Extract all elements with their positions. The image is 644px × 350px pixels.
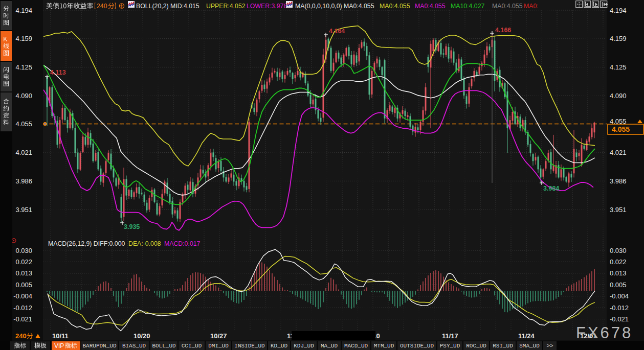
svg-text:4.166: 4.166 [495,27,511,34]
svg-text:4.164: 4.164 [329,28,345,35]
svg-text:-0.004: -0.004 [13,292,32,300]
svg-text:4.125: 4.125 [15,63,32,71]
svg-text:4.090: 4.090 [15,92,32,100]
svg-text:-0.021: -0.021 [610,315,629,323]
svg-text:10/27: 10/27 [210,332,227,340]
svg-text:-0.004: -0.004 [610,292,629,300]
svg-text:0.013: 0.013 [15,269,32,277]
svg-text:0.013: 0.013 [610,269,627,277]
svg-text:4.055: 4.055 [612,125,630,133]
svg-text:BARUPDN_UD: BARUPDN_UD [82,343,116,349]
svg-text:0.030: 0.030 [15,247,32,254]
svg-text:-0.012: -0.012 [13,304,32,312]
svg-text:MTM_UD: MTM_UD [374,343,394,349]
svg-text:VIP: VIP [54,342,64,349]
svg-text:KD_UD: KD_UD [271,343,287,349]
svg-text:BIAS_UD: BIAS_UD [122,343,146,349]
svg-text:MACD:0.017: MACD:0.017 [164,240,201,247]
svg-text:MA(0,0,0,10,0,0) MA0:4.055: MA(0,0,0,10,0,0) MA0:4.055 [295,3,374,10]
svg-text:RSI_UD: RSI_UD [493,343,513,349]
svg-text:4.021: 4.021 [15,149,32,156]
svg-text:3.935: 3.935 [124,223,140,230]
svg-text:4.125: 4.125 [610,63,627,71]
svg-text:0.030: 0.030 [610,247,627,254]
svg-text:MA0:4.055: MA0:4.055 [492,3,523,10]
svg-text:-0.021: -0.021 [13,315,32,323]
svg-text:>>: >> [546,343,553,349]
svg-text:4.021: 4.021 [610,149,627,156]
svg-text:4.159: 4.159 [610,35,627,42]
svg-text:MA_UD: MA_UD [321,343,338,349]
svg-text:MA0:: MA0: [524,3,539,10]
svg-text:0.005: 0.005 [610,281,627,289]
svg-text:0.005: 0.005 [15,281,32,289]
svg-text:4.159: 4.159 [15,35,32,42]
svg-text:4.055: 4.055 [15,120,32,128]
svg-text:INSIDE_UD: INSIDE_UD [234,343,265,349]
svg-text:3.951: 3.951 [610,206,627,214]
svg-text:BOLL_UD: BOLL_UD [152,343,176,349]
svg-text:CCI_UD: CCI_UD [182,343,202,349]
svg-text:FX678: FX678 [576,324,633,342]
svg-text:MA10:4.027: MA10:4.027 [451,3,484,10]
svg-text:4.194: 4.194 [15,7,32,14]
svg-text:3.951: 3.951 [15,206,32,214]
svg-text:MACD(26,12,9) DIFF:0.000: MACD(26,12,9) DIFF:0.000 [48,240,125,247]
svg-text:UPPER:4.052: UPPER:4.052 [206,3,246,10]
svg-text:3.986: 3.986 [610,177,627,185]
svg-text:3.986: 3.986 [15,177,32,185]
svg-text:10/11: 10/11 [52,332,69,340]
svg-text:240: 240 [97,3,107,10]
svg-text:3.984: 3.984 [543,185,559,192]
svg-text:DEA:-0.008: DEA:-0.008 [128,240,161,247]
svg-text:0.022: 0.022 [610,258,627,266]
svg-text:10/20: 10/20 [134,332,150,340]
svg-text:4.090: 4.090 [610,92,627,100]
svg-text:MA0:4.055: MA0:4.055 [380,3,410,10]
svg-text:4.113: 4.113 [50,69,66,76]
svg-text:4.194: 4.194 [610,7,627,14]
svg-text:-0.012: -0.012 [610,304,629,312]
svg-text:ROC_UD: ROC_UD [466,343,486,349]
svg-text:SMA_UD: SMA_UD [519,343,540,349]
svg-text:BOLL(20,2) MID:4.015: BOLL(20,2) MID:4.015 [136,3,199,10]
svg-text:MA0:4.055: MA0:4.055 [415,3,446,10]
svg-text:PSY_UD: PSY_UD [440,343,460,349]
svg-text:0.022: 0.022 [15,258,32,266]
svg-text:240: 240 [15,332,27,340]
svg-text:11/24: 11/24 [518,332,535,340]
svg-text:MACD_UD: MACD_UD [344,343,368,349]
svg-text:DMI_UD: DMI_UD [208,343,229,349]
svg-text:11/17: 11/17 [442,332,458,340]
svg-text:OUTSIDE_UD: OUTSIDE_UD [400,343,434,349]
svg-text:KDJ_UD: KDJ_UD [294,343,314,349]
svg-text:LOWER:3.978: LOWER:3.978 [247,3,287,10]
